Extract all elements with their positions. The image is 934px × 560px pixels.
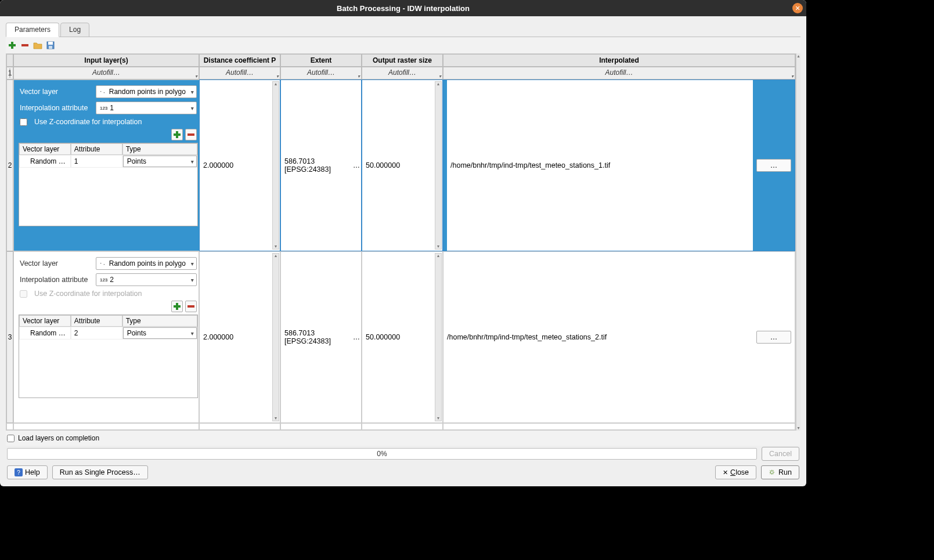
svg-rect-4 xyxy=(48,42,53,45)
grid-header-distance[interactable]: Distance coefficient P xyxy=(199,54,280,67)
grid-autofill-row: 1 Autofill…▾ Autofill…▾ Autofill…▾ Autof… xyxy=(6,67,800,80)
subtable-vector-2[interactable]: Random … xyxy=(19,155,71,168)
subtable-attr-3[interactable]: 2 xyxy=(71,327,122,339)
cell-input-layers-3[interactable]: Vector layer ⠂⠄Random points in polygo I… xyxy=(13,251,199,423)
label-interp-attr-3: Interpolation attribute xyxy=(20,276,92,284)
panel-remove-button-3[interactable] xyxy=(185,301,197,312)
interp-attr-combo-2[interactable]: 123 1 xyxy=(96,102,197,114)
panel-add-button-2[interactable] xyxy=(171,129,183,140)
grid-tail-row xyxy=(6,423,800,430)
cell-distance-2[interactable]: 2.000000 ▴▾ xyxy=(199,80,280,251)
save-icon xyxy=(46,41,55,49)
use-z-checkbox-3 xyxy=(20,290,27,298)
cell-input-layers-2[interactable]: Vector layer ⠂⠄Random points in polygo I… xyxy=(13,80,199,251)
subtable-header-type[interactable]: Type xyxy=(122,143,197,155)
help-icon: ? xyxy=(15,468,23,476)
help-button[interactable]: ? Help xyxy=(7,465,48,479)
titlebar: Batch Processing - IDW interpolation ✕ xyxy=(0,0,806,16)
autofill-distance[interactable]: Autofill…▾ xyxy=(199,67,280,80)
toolbar-open-button[interactable] xyxy=(33,40,43,50)
cell-extent-3[interactable]: 586.7013 [EPSG:24383] … xyxy=(280,251,362,423)
browse-button-2[interactable]: … xyxy=(756,159,791,172)
grid-header-rastersize[interactable]: Output raster size xyxy=(362,54,443,67)
use-z-checkbox-2[interactable] xyxy=(20,118,27,126)
minus-icon xyxy=(187,131,194,138)
window-title: Batch Processing - IDW interpolation xyxy=(337,4,470,13)
folder-icon xyxy=(33,41,42,49)
label-interp-attr: Interpolation attribute xyxy=(20,104,92,112)
spinbox-handle-icon[interactable]: ▴▾ xyxy=(272,81,279,250)
cell-rastersize-2[interactable]: 50.000000 ▴▾ xyxy=(362,80,443,251)
run-button[interactable]: ⛭ Run xyxy=(761,465,799,479)
svg-rect-7 xyxy=(174,133,181,136)
load-layers-label: Load layers on completion xyxy=(18,434,99,442)
subtable-type-3[interactable]: Points xyxy=(122,327,197,339)
grid-rownum-3[interactable]: 3 xyxy=(6,251,13,423)
spinbox-handle-icon[interactable]: ▴▾ xyxy=(435,253,442,421)
grid-rownum-2[interactable]: 2 xyxy=(6,80,13,251)
panel-add-button-3[interactable] xyxy=(171,301,183,312)
vector-layer-combo-2[interactable]: ⠂⠄Random points in polygo xyxy=(96,85,197,98)
subtable-header-type-3[interactable]: Type xyxy=(122,315,197,327)
grid-header-input-layers[interactable]: Input layer(s) xyxy=(13,54,199,67)
subtable-header-vector-3[interactable]: Vector layer xyxy=(19,315,71,327)
grid-header-extent[interactable]: Extent xyxy=(280,54,362,67)
gear-run-icon: ⛭ xyxy=(769,468,776,476)
cell-rastersize-3[interactable]: 50.000000 ▴▾ xyxy=(362,251,443,423)
vertical-scrollbar[interactable]: ▴▾ xyxy=(796,53,800,431)
window-close-button[interactable]: ✕ xyxy=(792,3,803,13)
run-single-process-button[interactable]: Run as Single Process… xyxy=(52,465,148,479)
spinbox-handle-icon[interactable]: ▴▾ xyxy=(435,81,442,250)
cell-distance-3[interactable]: 2.000000 ▴▾ xyxy=(199,251,280,423)
panel-remove-button-2[interactable] xyxy=(185,129,197,140)
autofill-input[interactable]: Autofill…▾ xyxy=(13,67,199,80)
autofill-rastersize[interactable]: Autofill…▾ xyxy=(362,67,443,80)
vector-layer-combo-3[interactable]: ⠂⠄Random points in polygo xyxy=(96,257,197,270)
label-vector-layer: Vector layer xyxy=(20,88,92,96)
cell-interpolated-2[interactable]: /home/bnhr/tmp/ind-tmp/test_meteo_statio… xyxy=(443,80,795,251)
cell-extent-2[interactable]: 586.7013 [EPSG:24383] … xyxy=(280,80,362,251)
subtable-header-vector[interactable]: Vector layer xyxy=(19,143,71,155)
extent-ellipsis-2[interactable]: … xyxy=(353,161,360,169)
browse-button-3[interactable]: … xyxy=(756,331,791,344)
svg-rect-11 xyxy=(187,305,194,308)
svg-rect-1 xyxy=(9,44,16,46)
subtable-attr-2[interactable]: 1 xyxy=(71,155,122,168)
svg-rect-2 xyxy=(21,44,28,46)
minus-icon xyxy=(187,303,194,310)
subtable-3: Vector layer Attribute Type Random … 2 xyxy=(19,315,198,398)
toolbar-save-button[interactable] xyxy=(45,40,56,50)
load-layers-checkbox[interactable] xyxy=(7,435,15,442)
tab-parameters[interactable]: Parameters xyxy=(6,23,59,37)
cell-interpolated-3[interactable]: /home/bnhr/tmp/ind-tmp/test_meteo_statio… xyxy=(443,251,795,423)
grid-autofill-rownum: 1 xyxy=(6,67,13,80)
toolbar-add-row-button[interactable] xyxy=(7,40,17,50)
grid-row-2: 2 Vector layer ⠂⠄Random points in polygo xyxy=(6,80,800,251)
close-button[interactable]: ✕ Close xyxy=(715,465,756,479)
plus-icon xyxy=(174,303,181,310)
close-icon: ✕ xyxy=(795,5,800,12)
use-z-label-2: Use Z-coordinate for interpolation xyxy=(34,118,142,126)
autofill-extent[interactable]: Autofill…▾ xyxy=(280,67,362,80)
grid-header-rownum xyxy=(6,54,13,67)
svg-rect-5 xyxy=(49,46,52,49)
progress-bar: 0% xyxy=(7,448,757,460)
cancel-button: Cancel xyxy=(762,447,799,461)
plus-icon xyxy=(8,41,16,49)
autofill-interpolated[interactable]: Autofill…▾ xyxy=(443,67,795,80)
subtable-type-2[interactable]: Points xyxy=(122,155,197,168)
tab-strip: Parameters Log xyxy=(6,22,800,37)
grid-header-interpolated[interactable]: Interpolated xyxy=(443,54,795,67)
tab-log[interactable]: Log xyxy=(60,23,89,37)
svg-rect-8 xyxy=(187,133,194,136)
x-icon: ✕ xyxy=(723,469,728,476)
extent-ellipsis-3[interactable]: … xyxy=(353,333,360,341)
toolbar-remove-row-button[interactable] xyxy=(20,40,30,50)
subtable-header-attr-3[interactable]: Attribute xyxy=(71,315,122,327)
grid-header: Input layer(s) Distance coefficient P Ex… xyxy=(6,54,800,67)
subtable-vector-3[interactable]: Random … xyxy=(19,327,71,339)
use-z-label-3: Use Z-coordinate for interpolation xyxy=(34,290,142,298)
spinbox-handle-icon[interactable]: ▴▾ xyxy=(272,253,279,421)
interp-attr-combo-3[interactable]: 123 2 xyxy=(96,273,197,286)
subtable-header-attr[interactable]: Attribute xyxy=(71,143,122,155)
